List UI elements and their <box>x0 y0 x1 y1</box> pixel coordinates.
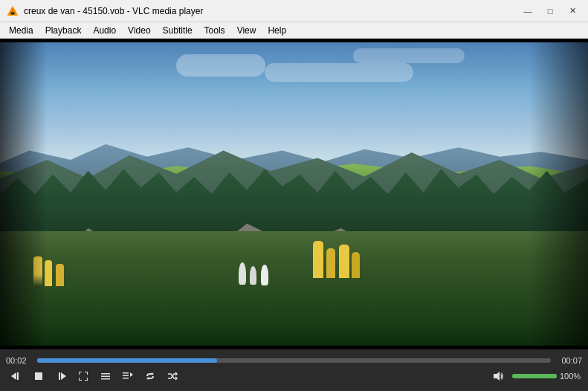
svg-rect-13 <box>123 378 129 379</box>
playlist-button[interactable] <box>117 368 138 384</box>
svg-marker-15 <box>494 372 500 381</box>
skip-forward-button[interactable] <box>51 368 71 384</box>
menu-help[interactable]: Help <box>262 24 292 37</box>
svg-rect-11 <box>123 372 129 374</box>
svg-rect-4 <box>17 372 19 380</box>
svg-rect-9 <box>101 376 110 378</box>
flowers-yellow-center <box>306 241 380 315</box>
menu-video[interactable]: Video <box>122 24 156 37</box>
cloud-3 <box>353 48 465 63</box>
cloud-2 <box>265 63 413 82</box>
stop-icon <box>33 370 45 382</box>
svg-marker-14 <box>130 372 133 377</box>
close-button[interactable]: ✕ <box>563 4 582 19</box>
buttons-row: 100% <box>6 368 582 384</box>
fullscreen-icon <box>77 370 89 382</box>
fullscreen-button[interactable] <box>73 368 94 384</box>
time-current: 00:02 <box>6 356 33 365</box>
playlist-icon <box>122 370 134 382</box>
random-button[interactable] <box>162 368 183 384</box>
svg-rect-7 <box>59 372 60 380</box>
vignette-right <box>529 39 588 349</box>
window-controls: — □ ✕ <box>518 4 582 19</box>
svg-rect-8 <box>101 373 110 375</box>
loop-button[interactable] <box>140 368 161 384</box>
menubar: Media Playback Audio Video Subtitle Tool… <box>0 22 588 39</box>
time-total: 00:07 <box>555 356 582 365</box>
letterbox-top <box>0 39 588 42</box>
random-icon <box>167 370 178 382</box>
extended-settings-icon <box>100 370 112 382</box>
video-scene <box>0 39 588 349</box>
volume-button[interactable] <box>488 368 509 384</box>
controls-bar: 00:02 00:07 <box>0 349 588 391</box>
svg-rect-10 <box>101 378 110 380</box>
cloud-1 <box>176 54 265 77</box>
titlebar: creux de van - 45150.vob - VLC media pla… <box>0 0 588 22</box>
menu-media[interactable]: Media <box>3 24 39 37</box>
volume-label: 100% <box>560 372 582 381</box>
svg-rect-5 <box>35 372 42 380</box>
volume-fill <box>512 374 557 378</box>
skip-back-button[interactable] <box>6 368 27 384</box>
flowers-white <box>235 262 294 307</box>
minimize-button[interactable]: — <box>518 4 537 19</box>
menu-view[interactable]: View <box>231 24 262 37</box>
letterbox-bottom <box>0 346 588 349</box>
seekbar-row: 00:02 00:07 <box>6 356 582 365</box>
volume-slider[interactable] <box>512 374 557 378</box>
svg-rect-12 <box>123 375 129 377</box>
skip-back-icon <box>10 370 22 382</box>
menu-playback[interactable]: Playback <box>39 24 88 37</box>
loop-icon <box>144 370 156 382</box>
svg-marker-6 <box>61 372 66 380</box>
svg-rect-2 <box>11 12 15 14</box>
vlc-logo-icon <box>6 4 19 18</box>
seekbar[interactable] <box>37 358 551 363</box>
vignette-left <box>0 39 47 349</box>
volume-section: 100% <box>488 368 582 384</box>
extended-settings-button[interactable] <box>95 368 116 384</box>
menu-audio[interactable]: Audio <box>87 24 122 37</box>
menu-tools[interactable]: Tools <box>198 24 231 37</box>
stop-button[interactable] <box>28 368 49 384</box>
maximize-button[interactable]: □ <box>540 4 560 19</box>
seekbar-fill <box>37 358 217 363</box>
volume-icon <box>493 370 505 382</box>
svg-marker-3 <box>11 372 16 380</box>
menu-subtitle[interactable]: Subtitle <box>157 24 198 37</box>
skip-forward-icon <box>55 370 67 382</box>
video-area[interactable] <box>0 39 588 349</box>
window-title: creux de van - 45150.vob - VLC media pla… <box>24 6 518 16</box>
